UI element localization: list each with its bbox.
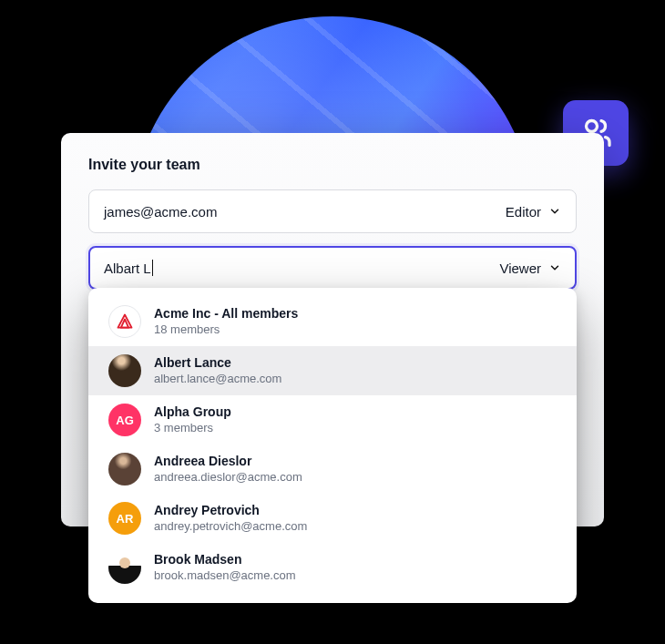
suggestion-name: Acme Inc - All members bbox=[154, 306, 298, 322]
card-title: Invite your team bbox=[88, 157, 577, 173]
role-select-0[interactable]: Editor bbox=[506, 204, 561, 220]
suggestion-sub: 18 members bbox=[154, 322, 298, 337]
role-select-1[interactable]: Viewer bbox=[499, 261, 561, 276]
suggestion-name: Andreea Dieslor bbox=[154, 454, 302, 470]
chevron-down-icon bbox=[548, 261, 561, 274]
suggestion-sub: albert.lance@acme.com bbox=[154, 372, 281, 386]
suggestion-name: Brook Madsen bbox=[154, 552, 296, 568]
suggestion-name: Alpha Group bbox=[154, 404, 231, 421]
suggestion-name: Albert Lance bbox=[154, 355, 281, 372]
avatar bbox=[108, 551, 141, 584]
role-label: Editor bbox=[506, 204, 541, 220]
suggestion-name: Andrey Petrovich bbox=[154, 503, 307, 519]
suggestion-sub: andreea.dieslor@acme.com bbox=[154, 470, 302, 485]
role-label: Viewer bbox=[499, 261, 541, 276]
suggestion-item[interactable]: AGAlpha Group3 members bbox=[88, 395, 577, 445]
avatar: AR bbox=[108, 502, 141, 535]
avatar bbox=[108, 305, 141, 338]
search-input[interactable]: Albart L bbox=[104, 260, 499, 276]
invite-row-1[interactable]: Albart L Viewer bbox=[88, 246, 577, 290]
suggestion-item[interactable]: ARAndrey Petrovichandrey.petrovich@acme.… bbox=[88, 494, 577, 543]
svg-point-0 bbox=[587, 121, 598, 132]
suggestion-sub: andrey.petrovich@acme.com bbox=[154, 519, 307, 534]
suggestion-item[interactable]: Brook Madsenbrook.madsen@acme.com bbox=[88, 543, 577, 592]
avatar bbox=[108, 453, 141, 486]
suggestion-sub: 3 members bbox=[154, 421, 231, 435]
avatar: AG bbox=[108, 404, 141, 436]
suggestion-item[interactable]: Albert Lancealbert.lance@acme.com bbox=[88, 346, 577, 395]
suggestions-dropdown: Acme Inc - All members18 membersAlbert L… bbox=[88, 288, 577, 603]
suggestion-sub: brook.madsen@acme.com bbox=[154, 568, 296, 583]
suggestion-item[interactable]: Andreea Dieslorandreea.dieslor@acme.com bbox=[88, 445, 577, 494]
invite-row-0[interactable]: james@acme.com Editor bbox=[88, 189, 577, 233]
email-input[interactable]: james@acme.com bbox=[104, 204, 506, 220]
chevron-down-icon bbox=[548, 205, 561, 218]
suggestion-item[interactable]: Acme Inc - All members18 members bbox=[88, 297, 577, 346]
avatar bbox=[108, 354, 141, 387]
text-cursor bbox=[152, 260, 153, 276]
